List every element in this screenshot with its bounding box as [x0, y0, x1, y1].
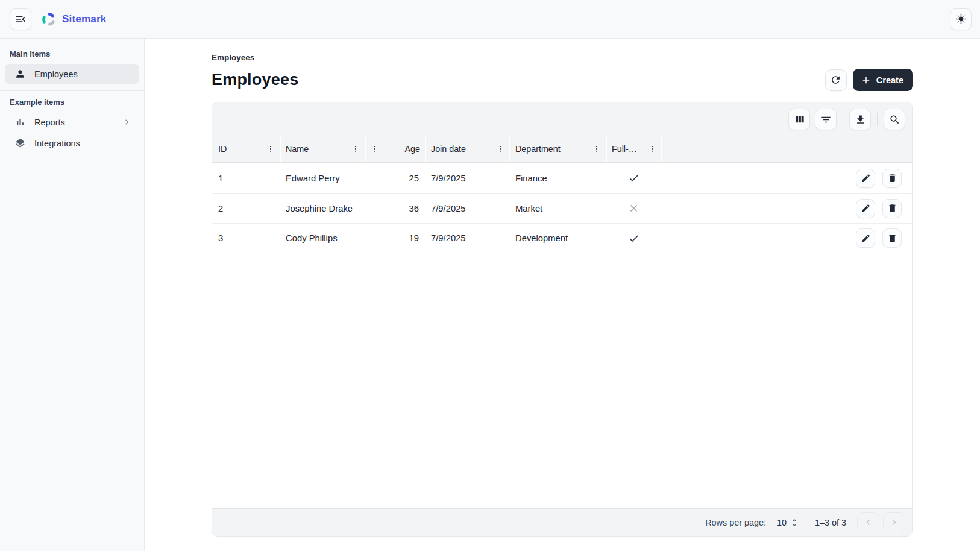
cell-id: 1 [212, 174, 280, 183]
edit-row-button[interactable] [856, 169, 875, 188]
column-menu-button[interactable] [351, 145, 360, 153]
collapse-sidebar-button[interactable] [10, 8, 31, 30]
columns-icon [794, 114, 805, 125]
cell-join-date: 7/9/2025 [425, 204, 509, 213]
toolbar-divider [843, 113, 843, 126]
kebab-icon [266, 145, 275, 153]
column-header-name[interactable]: Name [280, 136, 365, 162]
sidebar-section-example: Example items [0, 98, 144, 107]
table-row[interactable]: 2 Josephine Drake 36 7/9/2025 Market [212, 193, 912, 223]
filter-button[interactable] [815, 109, 837, 130]
column-header-join-date[interactable]: Join date [425, 136, 509, 162]
sidebar-item-employees[interactable]: Employees [5, 64, 139, 84]
search-button[interactable] [884, 109, 905, 130]
sidebar-item-label: Integrations [34, 139, 132, 148]
cell-actions [661, 169, 912, 188]
column-menu-button[interactable] [371, 145, 379, 153]
grid-toolbar [212, 102, 912, 136]
kebab-icon [371, 145, 379, 153]
kebab-icon [648, 145, 656, 153]
pencil-icon [861, 233, 871, 244]
column-menu-button[interactable] [648, 145, 656, 153]
sidebar-divider [0, 90, 144, 91]
chevron-left-icon [863, 517, 873, 527]
create-button[interactable]: Create [853, 69, 913, 91]
rows-per-page-select[interactable]: 10 [777, 518, 799, 527]
delete-row-button[interactable] [882, 228, 902, 248]
kebab-icon [351, 145, 360, 153]
column-header-id[interactable]: ID [212, 136, 280, 162]
trash-icon [887, 233, 897, 244]
cell-fulltime [606, 203, 661, 214]
sidebar-item-integrations[interactable]: Integrations [5, 133, 139, 153]
table-row[interactable]: 3 Cody Phillips 19 7/9/2025 Development [212, 223, 912, 253]
edit-row-button[interactable] [856, 228, 875, 248]
trash-icon [887, 203, 897, 213]
trash-icon [887, 173, 897, 183]
data-grid: ID Name Age Join date [212, 102, 913, 537]
sun-icon [955, 13, 967, 25]
cell-join-date: 7/9/2025 [425, 174, 509, 183]
sidebar-item-label: Reports [34, 118, 122, 127]
cell-join-date: 7/9/2025 [425, 233, 509, 243]
check-icon [628, 233, 639, 244]
refresh-button[interactable] [825, 69, 847, 91]
delete-row-button[interactable] [882, 199, 902, 218]
brand-name: Sitemark [62, 13, 106, 25]
column-header-age[interactable]: Age [365, 136, 425, 162]
table-row[interactable]: 1 Edward Perry 25 7/9/2025 Finance [212, 163, 912, 193]
toolbar-divider [877, 113, 878, 126]
theme-toggle-button[interactable] [950, 8, 972, 30]
person-icon [14, 68, 26, 80]
filter-icon [820, 114, 832, 125]
column-label: Name [286, 144, 309, 154]
main-content: Employees Employees Create [145, 39, 980, 551]
cell-department: Finance [509, 174, 606, 183]
cell-fulltime [606, 172, 661, 184]
brand-logo: Sitemark [41, 11, 106, 27]
close-icon [628, 203, 639, 214]
sitemark-logo-icon [41, 11, 57, 27]
delete-row-button[interactable] [882, 169, 902, 188]
cell-age: 36 [365, 204, 425, 213]
next-page-button[interactable] [883, 512, 905, 532]
unfold-more-icon [790, 518, 799, 527]
column-label: Join date [431, 144, 466, 154]
cell-age: 25 [365, 174, 425, 183]
chevron-right-icon [889, 517, 899, 527]
cell-department: Development [509, 233, 606, 243]
pencil-icon [861, 173, 871, 183]
sidebar-item-label: Employees [34, 69, 132, 79]
column-header-department[interactable]: Department [509, 136, 606, 162]
rows-per-page-value: 10 [777, 518, 787, 527]
columns-button[interactable] [788, 109, 810, 130]
pencil-icon [861, 203, 871, 213]
cell-name: Josephine Drake [280, 204, 365, 213]
sidebar-item-reports[interactable]: Reports [5, 112, 139, 132]
kebab-icon [592, 145, 601, 153]
column-label: Full-… [612, 144, 637, 154]
column-menu-button[interactable] [496, 145, 504, 153]
column-header-fulltime[interactable]: Full-… [606, 136, 661, 162]
cell-id: 3 [212, 233, 280, 243]
check-icon [628, 172, 639, 184]
column-header-actions [661, 136, 912, 162]
sidebar-section-main: Main items [0, 49, 144, 58]
column-label: Department [515, 144, 561, 154]
export-button[interactable] [849, 109, 871, 130]
kebab-icon [496, 145, 504, 153]
cell-fulltime [606, 233, 661, 244]
cell-actions [661, 199, 912, 218]
cell-actions [661, 228, 912, 248]
previous-page-button[interactable] [857, 512, 879, 532]
top-bar: Sitemark [0, 0, 980, 39]
column-menu-button[interactable] [266, 145, 275, 153]
breadcrumb: Employees [212, 53, 913, 62]
column-menu-button[interactable] [592, 145, 601, 153]
edit-row-button[interactable] [856, 199, 875, 218]
bar-chart-icon [14, 116, 26, 128]
search-icon [889, 114, 900, 125]
cell-name: Edward Perry [280, 174, 365, 183]
cell-department: Market [509, 204, 606, 213]
column-label: Age [405, 144, 420, 154]
